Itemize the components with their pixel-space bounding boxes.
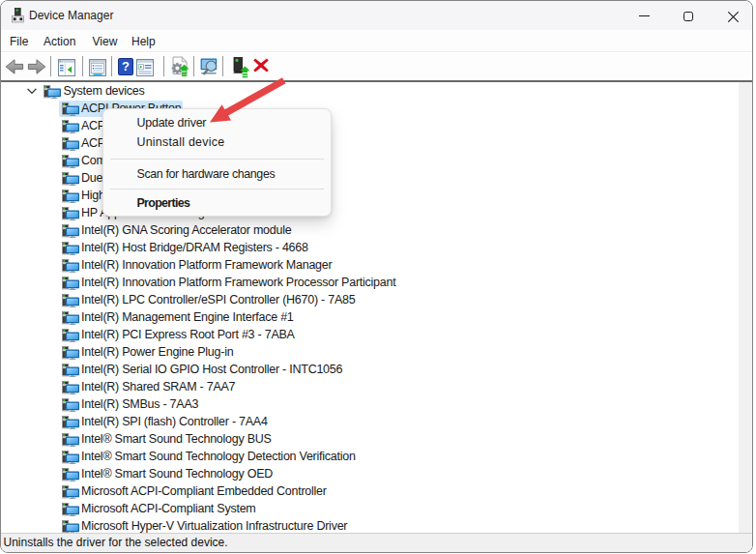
svg-text:?: ?	[122, 59, 130, 73]
